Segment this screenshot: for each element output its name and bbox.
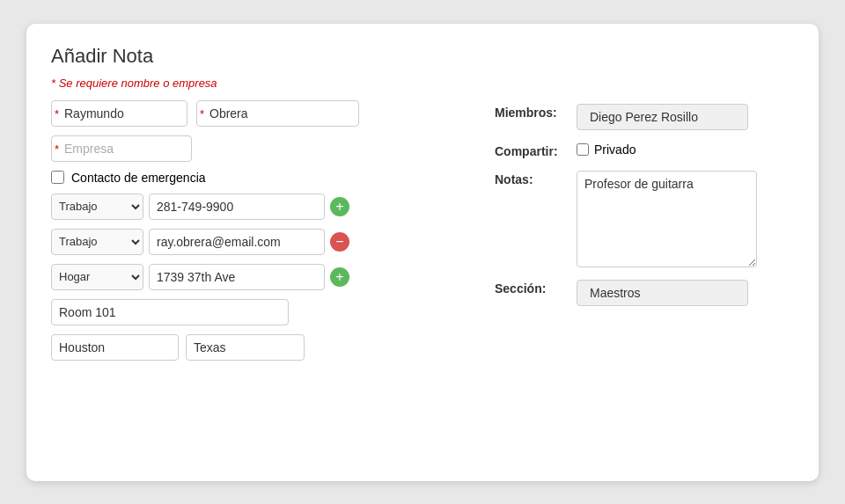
remove-email-icon: − — [335, 235, 343, 249]
phone-type-select[interactable]: Trabajo Hogar Móvil Otro — [51, 194, 143, 220]
company-wrap: * — [51, 135, 468, 162]
add-phone-button[interactable]: + — [330, 197, 349, 216]
notes-row: Notas: Profesor de guitarra — [495, 171, 794, 267]
section-input[interactable] — [577, 280, 748, 306]
section-row: Sección: — [495, 280, 794, 306]
emergency-row: Contacto de emergencia — [51, 171, 468, 185]
phone-input[interactable] — [149, 194, 325, 220]
share-label: Compartir: — [495, 142, 569, 158]
state-input[interactable] — [186, 334, 305, 361]
company-input[interactable] — [51, 135, 192, 162]
city-state-row — [51, 334, 468, 361]
name-row: * * — [51, 100, 468, 127]
address-row: Hogar Trabajo Otro + — [51, 264, 468, 290]
share-row: Compartir: Privado — [495, 142, 794, 158]
addr-line2-wrap — [51, 299, 468, 325]
error-message: * Se requiere nombre o empresa — [51, 77, 794, 90]
page-title: Añadir Nota — [51, 45, 794, 68]
address-type-select[interactable]: Hogar Trabajo Otro — [51, 264, 143, 290]
emergency-label: Contacto de emergencia — [71, 171, 206, 185]
section-label: Sección: — [495, 280, 569, 296]
members-input[interactable] — [577, 104, 748, 130]
main-layout: * * * Contacto de emergencia — [51, 100, 794, 361]
email-type-select[interactable]: Trabajo Hogar Móvil Otro — [51, 229, 143, 255]
email-input[interactable] — [149, 229, 325, 255]
last-name-input[interactable] — [196, 100, 359, 127]
private-checkbox[interactable] — [577, 143, 589, 156]
add-phone-icon: + — [335, 200, 343, 214]
emergency-checkbox[interactable] — [51, 171, 64, 184]
phone-row: Trabajo Hogar Móvil Otro + — [51, 194, 468, 220]
share-checkbox-row: Privado — [577, 142, 636, 157]
address-input[interactable] — [149, 264, 325, 290]
addr-line2-input[interactable] — [51, 299, 289, 325]
email-row: Trabajo Hogar Móvil Otro − — [51, 229, 468, 255]
private-label: Privado — [594, 142, 636, 157]
last-name-wrap: * — [196, 100, 359, 127]
main-card: Añadir Nota * Se requiere nombre o empre… — [26, 24, 819, 481]
add-address-icon: + — [335, 270, 343, 284]
members-row: Miembros: — [495, 104, 794, 130]
notes-label: Notas: — [495, 171, 569, 186]
notes-textarea[interactable]: Profesor de guitarra — [577, 171, 757, 267]
first-name-wrap: * — [51, 100, 187, 127]
members-label: Miembros: — [495, 104, 569, 120]
city-input[interactable] — [51, 334, 179, 361]
remove-email-button[interactable]: − — [330, 232, 349, 252]
first-name-input[interactable] — [51, 100, 187, 127]
left-column: * * * Contacto de emergencia — [51, 100, 468, 361]
right-column: Miembros: Compartir: Privado Notas: Prof… — [495, 100, 794, 361]
add-address-button[interactable]: + — [330, 267, 349, 287]
